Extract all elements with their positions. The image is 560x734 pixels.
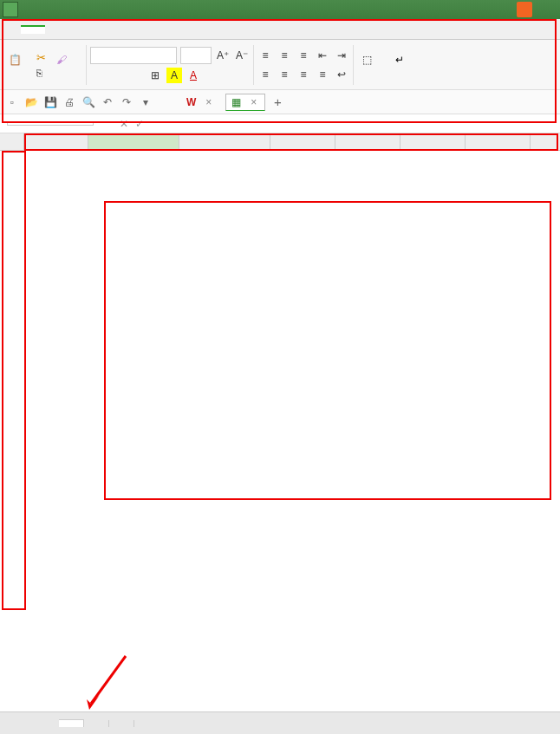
sheet-nav-next-icon[interactable] — [31, 717, 45, 731]
open-icon[interactable]: 📂 — [24, 95, 38, 109]
add-sheet-button[interactable] — [134, 720, 152, 727]
copy-button[interactable]: ⎘ — [36, 68, 49, 78]
save-icon[interactable]: 💾 — [43, 95, 57, 109]
col-header-e[interactable] — [335, 133, 400, 150]
tab-start[interactable] — [21, 25, 45, 34]
align-mid-icon[interactable]: ≡ — [277, 48, 292, 63]
doc-tab-mywps[interactable]: W × — [180, 94, 220, 111]
ribbon: 📋 ✂ ⎘ 🖌 A⁺ A⁻ ⊞ A A ≡ ≡ ≡ ⇤ — [0, 40, 560, 90]
name-box[interactable] — [7, 122, 94, 126]
italic-button[interactable] — [109, 68, 125, 83]
align-justify-icon[interactable]: ≡ — [315, 67, 330, 82]
separator — [253, 45, 254, 85]
sheet-tab-3[interactable] — [109, 720, 134, 727]
column-headers — [0, 133, 560, 151]
tab-formula[interactable] — [94, 26, 118, 33]
select-all-corner[interactable] — [0, 133, 24, 150]
indent-dec-icon[interactable]: ⇤ — [315, 48, 330, 63]
cancel-icon[interactable]: ✕ — [120, 118, 128, 130]
sheet-tab-bar — [0, 711, 560, 734]
new-icon[interactable]: ▫ — [5, 95, 19, 109]
wrap-icon: ↵ — [395, 54, 416, 75]
align-bot-icon[interactable]: ≡ — [296, 48, 311, 63]
col-header-b[interactable] — [88, 133, 179, 150]
sheet-nav-prev-icon[interactable] — [17, 717, 31, 731]
sheet-nav-first-icon[interactable] — [3, 717, 17, 731]
tab-data[interactable] — [118, 26, 142, 33]
font-color-button[interactable]: A — [186, 68, 201, 83]
col-header-a[interactable] — [24, 133, 88, 150]
confirm-icon[interactable]: ✓ — [135, 118, 144, 130]
separator — [86, 45, 87, 85]
sheet-nav-last-icon[interactable] — [45, 717, 59, 731]
s-icon[interactable] — [517, 2, 532, 17]
quick-access-bar: ▫ 📂 💾 🖨 🔍 ↶ ↷ ▾ W × ▦ × + — [0, 90, 560, 114]
sheet-tab-1[interactable] — [59, 719, 84, 727]
separator — [353, 45, 354, 85]
col-header-g[interactable] — [466, 133, 531, 150]
merge-icon: ⬚ — [362, 54, 383, 75]
border-button[interactable]: ⊞ — [147, 68, 163, 83]
tab-review[interactable] — [142, 26, 166, 33]
tab-insert[interactable] — [45, 26, 69, 33]
col-header-f[interactable] — [400, 133, 466, 150]
cut-button[interactable]: ✂ — [36, 51, 49, 64]
copy-icon: ⎘ — [36, 68, 42, 78]
bold-button[interactable] — [90, 68, 106, 83]
align-center-icon[interactable]: ≡ — [277, 67, 292, 82]
ime-icon[interactable] — [537, 2, 553, 17]
increase-font-icon[interactable]: A⁺ — [215, 48, 231, 63]
undo-icon[interactable]: ↶ — [101, 95, 114, 109]
align-left-icon[interactable]: ≡ — [257, 67, 273, 82]
redo-icon[interactable]: ↷ — [120, 95, 133, 109]
spreadsheet-grid[interactable] — [0, 151, 560, 714]
align-right-icon[interactable]: ≡ — [296, 67, 311, 82]
merge-center-button[interactable]: ⬚ — [357, 54, 388, 76]
scissors-icon: ✂ — [36, 51, 46, 64]
print-icon[interactable]: 🖨 — [62, 95, 76, 109]
clipboard-icon: 📋 — [9, 54, 29, 75]
close-tab-icon[interactable]: × — [248, 96, 259, 108]
col-header-d[interactable] — [270, 133, 335, 150]
paste-button[interactable]: 📋 — [3, 54, 35, 76]
corner-icons — [517, 2, 553, 17]
align-top-icon[interactable]: ≡ — [257, 48, 273, 63]
fill-color-button[interactable]: A — [166, 68, 182, 83]
preview-icon[interactable]: 🔍 — [81, 95, 95, 109]
title-bar — [0, 0, 560, 19]
wrap-text-button[interactable]: ↵ — [390, 54, 421, 76]
rtl-icon[interactable]: ↩ — [334, 67, 349, 82]
excel-logo-icon: ▦ — [231, 96, 241, 108]
font-name-select[interactable] — [90, 47, 177, 64]
wps-logo-icon: W — [186, 96, 196, 108]
dropdown-icon[interactable]: ▾ — [139, 95, 153, 109]
tab-view[interactable] — [166, 26, 191, 33]
sheet-tab-2[interactable] — [84, 720, 109, 727]
add-doc-tab-icon[interactable]: + — [270, 95, 284, 109]
col-header-c[interactable] — [179, 133, 270, 150]
format-painter-button[interactable]: 🖌 — [51, 54, 82, 76]
menu-bar — [0, 19, 560, 40]
formula-bar: ✕ ✓ — [0, 114, 560, 133]
indent-inc-icon[interactable]: ⇥ — [334, 48, 349, 63]
underline-button[interactable] — [128, 68, 144, 83]
tab-layout[interactable] — [69, 26, 94, 33]
doc-tab-newfile[interactable]: ▦ × — [225, 94, 265, 111]
decrease-font-icon[interactable]: A⁻ — [234, 48, 250, 63]
font-size-select[interactable] — [180, 47, 212, 64]
close-tab-icon[interactable]: × — [203, 96, 214, 108]
brush-icon: 🖌 — [56, 54, 77, 75]
app-logo-icon — [3, 2, 18, 17]
